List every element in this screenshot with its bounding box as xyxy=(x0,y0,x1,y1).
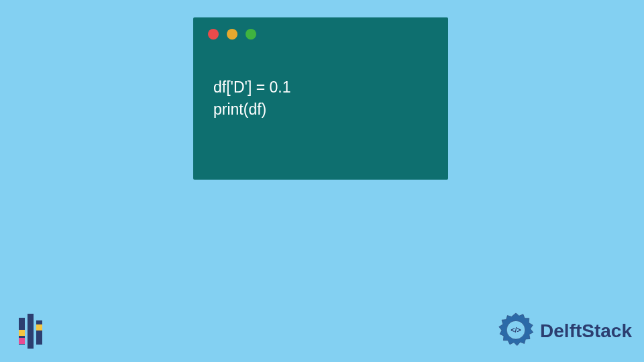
close-icon xyxy=(208,29,219,40)
code-line-2: print(df) xyxy=(213,99,428,121)
code-window: df['D'] = 0.1 print(df) xyxy=(193,17,448,180)
svg-text:</>: </> xyxy=(511,326,521,334)
brand-logo-right: </> DelftStack xyxy=(496,311,632,351)
minimize-icon xyxy=(227,29,237,40)
window-controls xyxy=(193,17,448,51)
gear-icon: </> xyxy=(496,311,536,351)
brand-name: DelftStack xyxy=(540,320,632,342)
maximize-icon xyxy=(246,29,256,40)
code-line-1: df['D'] = 0.1 xyxy=(213,76,428,99)
code-content: df['D'] = 0.1 print(df) xyxy=(193,51,448,147)
brand-icon-left xyxy=(19,314,50,350)
